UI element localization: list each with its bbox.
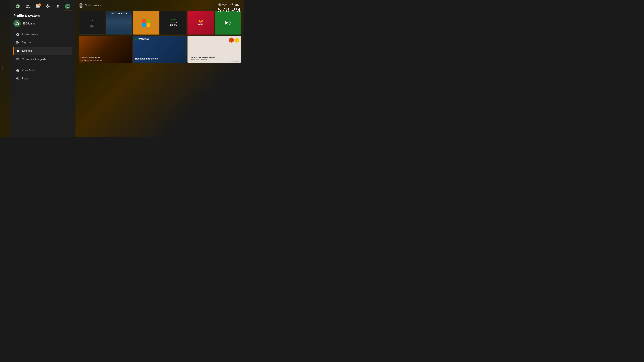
sign-out-label: Sign out [22, 41, 32, 44]
tile-angry-birds[interactable]: THE ANGRY BIRDS MOVIE Stream free | free… [188, 36, 241, 63]
settings-icon [16, 49, 20, 53]
tile-multi-game[interactable]: ibility and neurodiversity munity games … [79, 36, 132, 63]
yellow-bird [235, 38, 239, 42]
status-icons: G 15,833 [218, 3, 240, 6]
add-switch-icon [16, 33, 20, 36]
tile-lego-star-wars[interactable]: LEGO STARWARS [188, 11, 214, 34]
edge-dot [2, 70, 3, 70]
power-label: Power [22, 77, 29, 80]
quick-settings-label: Quick settings [85, 4, 102, 7]
power-icon [16, 77, 20, 80]
add-switch-label: Add or switch [22, 33, 38, 36]
menu-item-xbox-assist[interactable]: Xbox Assist [14, 67, 72, 74]
edge-dot [2, 66, 3, 67]
content-tiles-row2: ibility and neurodiversity munity games … [79, 36, 241, 63]
lego-label: LEGO [198, 20, 203, 22]
satellite-icon [224, 19, 231, 26]
just-cause-title: JUST CAUSE 4 [106, 12, 132, 14]
tile-ms-store[interactable] [133, 11, 159, 34]
status-bar: G 15,833 5:48 PM [218, 3, 240, 13]
question-mark-icon: ? [90, 17, 94, 24]
guide-panel: 3 🐼 Profile & system [10, 0, 76, 137]
tile-respawn[interactable]: GAME PASS Respawn into action [133, 36, 186, 63]
multi-game-subtitle: ibility and neurodiversity munity games … [80, 56, 130, 61]
store-icon-green [146, 19, 150, 23]
just-cause-label: JUST CAUSE 4 [106, 12, 132, 14]
tile-unknown[interactable]: ? [79, 11, 105, 34]
settings-label: Settings [22, 49, 32, 52]
red-bird [229, 37, 234, 42]
gamertag: ElGilbarto [23, 22, 35, 25]
clock-display: 5:48 PM [218, 7, 240, 13]
nav-tabs: 3 🐼 [10, 0, 76, 11]
game-tiles-row1: ? JUST CAUSE 4 [79, 11, 241, 34]
user-avatar: 🐼 [14, 20, 21, 27]
gamepass-banner-label: GAME PASS [138, 38, 149, 40]
gamerscore: G 15,833 [218, 3, 228, 6]
multi-game-text: ibility and neurodiversity munity games … [80, 56, 130, 61]
controller-icon-small [90, 25, 94, 28]
tab-controller[interactable] [43, 3, 53, 11]
quick-settings-row[interactable]: Quick settings [79, 3, 241, 8]
main-content: Quick settings ? JUST CAUSE 4 [76, 0, 244, 137]
menu-item-power[interactable]: Power [14, 75, 72, 82]
store-icon-blue [142, 23, 146, 27]
tab-messages[interactable]: 3 [33, 3, 43, 11]
ms-store-icon [142, 19, 150, 27]
tile-just-cause-4[interactable]: JUST CAUSE 4 [106, 11, 132, 34]
star-wars-label: STARWARS [198, 22, 203, 26]
xbox-label: XBOX [170, 19, 177, 21]
left-edge-indicator [2, 66, 3, 70]
gamepass-badge-icon [135, 37, 138, 40]
svg-point-5 [80, 5, 82, 6]
panel-content: Profile & system 🐼 ElGilbarto Add or swi… [10, 11, 76, 137]
menu-item-customize[interactable]: Customize the guide [14, 55, 72, 63]
menu-item-settings[interactable]: Settings [14, 47, 72, 55]
respawn-text: Respawn into action [135, 57, 158, 60]
tab-xbox[interactable] [13, 3, 23, 11]
xbox-assist-icon [16, 69, 20, 72]
tile-xbox-game-pass[interactable]: XBOX GAMEPASS [160, 11, 186, 34]
panel-title: Profile & system [14, 14, 72, 17]
multi-game-line2: munity games and movies [80, 59, 102, 61]
store-icon-yellow [146, 23, 150, 27]
question-tile-content: ? [90, 11, 94, 34]
bird-decorations [229, 37, 239, 42]
menu-item-sign-out[interactable]: Sign out [14, 39, 72, 46]
gamepass-content: XBOX GAMEPASS [168, 17, 179, 28]
messages-badge: 3 [38, 3, 41, 6]
menu-item-add-switch[interactable]: Add or switch [14, 31, 72, 38]
game-pass-label: GAMEPASS [170, 21, 177, 27]
gamerscore-icon: G [218, 3, 221, 6]
sponsored-label: SPONSORED [230, 60, 240, 62]
tile-green-game[interactable] [215, 11, 241, 34]
customize-icon [16, 57, 20, 61]
multi-game-line1: ibility and neurodiversity [80, 56, 100, 58]
lego-content: LEGO STARWARS [188, 11, 214, 34]
user-info: 🐼 ElGilbarto [14, 20, 72, 27]
gamepass-badge-row: GAME PASS [135, 37, 149, 40]
tab-social[interactable] [23, 3, 33, 11]
headset-icon [230, 3, 234, 6]
angry-birds-movie-title: THE ANGRY BIRDS MOVIE [190, 56, 239, 59]
avatar-image: 🐼 [14, 20, 21, 27]
svg-rect-4 [46, 6, 47, 6]
tab-profile[interactable]: 🐼 [63, 2, 73, 11]
tab-share[interactable] [53, 3, 63, 11]
store-icon-red [142, 19, 146, 23]
angry-birds-title: THE ANGRY BIRDS MOVIE [190, 56, 239, 59]
just-cause-gradient [106, 18, 132, 34]
battery-icon [235, 4, 240, 6]
sign-out-icon [16, 41, 20, 44]
customize-label: Customize the guide [22, 58, 46, 61]
svg-rect-3 [46, 6, 46, 6]
quick-settings-icon [79, 3, 83, 8]
xbox-assist-label: Xbox Assist [22, 69, 36, 72]
gamerscore-value: 15,833 [222, 3, 228, 6]
edge-dot [2, 68, 3, 69]
